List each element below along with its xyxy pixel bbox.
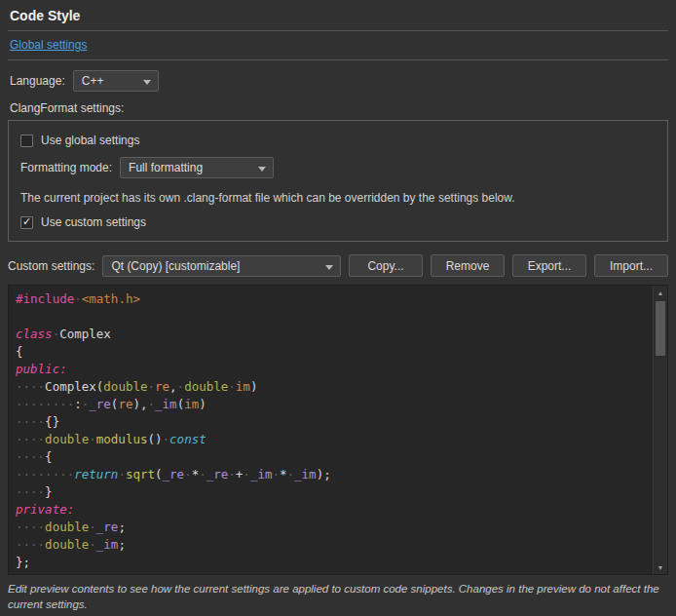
clang-format-file-note: The current project has its own .clang-f… xyxy=(20,191,656,205)
page-title: Code Style xyxy=(10,8,668,23)
use-global-settings-row: Use global settings xyxy=(20,134,656,147)
language-select[interactable]: C++ xyxy=(73,70,159,92)
title-divider xyxy=(8,30,668,31)
language-label: Language: xyxy=(10,74,65,88)
scrollbar-thumb[interactable] xyxy=(656,301,665,356)
remove-button[interactable]: Remove xyxy=(431,254,505,277)
custom-settings-value: Qt (Copy) [customizable] xyxy=(111,259,240,273)
use-global-settings-checkbox[interactable] xyxy=(20,135,33,147)
code-editor-content[interactable]: #include·<math.h> class·Complex{public:·… xyxy=(9,286,653,574)
use-custom-settings-checkbox[interactable] xyxy=(20,216,33,229)
clangformat-groupbox: Use global settings Formatting mode: Ful… xyxy=(8,120,668,242)
use-global-settings-label[interactable]: Use global settings xyxy=(41,134,139,147)
footer-note: Edit preview contents to see how the cur… xyxy=(8,582,668,612)
formatting-mode-value: Full formatting xyxy=(129,161,203,174)
scroll-down-icon[interactable]: ▼ xyxy=(654,560,667,574)
vertical-scrollbar[interactable]: ▲ ▼ xyxy=(653,286,667,574)
chevron-down-icon xyxy=(143,80,151,85)
global-settings-row: Global settings xyxy=(10,38,668,53)
copy-button[interactable]: Copy... xyxy=(349,254,423,277)
custom-settings-label: Custom settings: xyxy=(8,259,94,273)
scroll-up-icon[interactable]: ▲ xyxy=(654,286,667,299)
global-settings-link[interactable]: Global settings xyxy=(10,38,87,52)
chevron-down-icon xyxy=(258,167,266,172)
custom-settings-row: Custom settings: Qt (Copy) [customizable… xyxy=(8,254,668,277)
code-style-page: Code Style Global settings Language: C++… xyxy=(0,0,676,616)
formatting-mode-label: Formatting mode: xyxy=(20,161,112,174)
language-row: Language: C++ xyxy=(10,70,668,92)
export-button[interactable]: Export... xyxy=(512,254,586,277)
language-value: C++ xyxy=(82,74,104,88)
clangformat-settings-label: ClangFormat settings: xyxy=(10,101,668,115)
code-preview-editor[interactable]: #include·<math.h> class·Complex{public:·… xyxy=(8,285,668,575)
import-button[interactable]: Import... xyxy=(594,254,668,277)
chevron-down-icon xyxy=(325,265,333,270)
formatting-mode-select[interactable]: Full formatting xyxy=(120,157,274,178)
use-custom-settings-label[interactable]: Use custom settings xyxy=(41,215,146,229)
use-custom-settings-row: Use custom settings xyxy=(20,215,656,229)
custom-settings-select[interactable]: Qt (Copy) [customizable] xyxy=(102,255,341,277)
section-divider xyxy=(8,59,668,60)
formatting-mode-row: Formatting mode: Full formatting xyxy=(20,157,656,178)
